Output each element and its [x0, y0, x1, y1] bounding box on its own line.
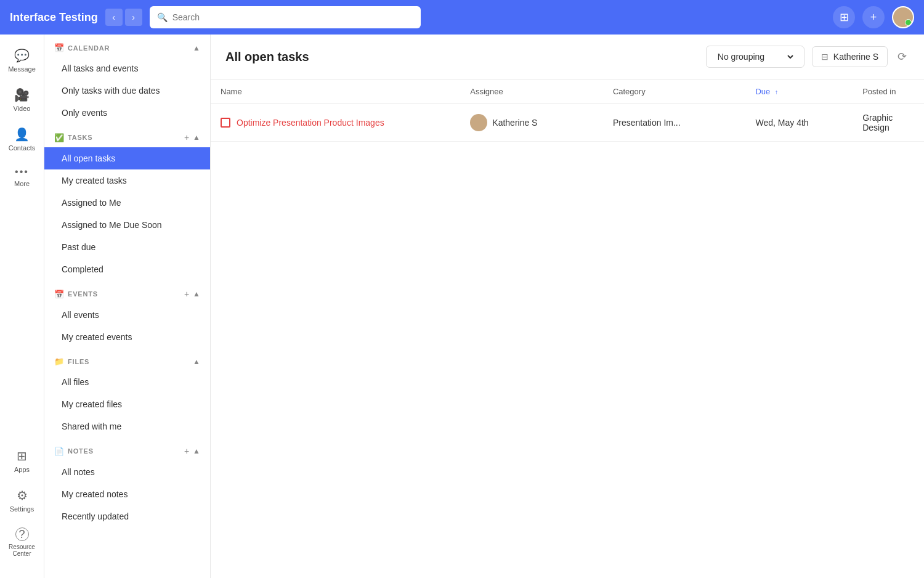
app-title: Interface Testing: [10, 11, 98, 24]
notes-add-icon[interactable]: +: [184, 446, 189, 456]
sidebar-item-video[interactable]: 🎥 Video: [4, 81, 41, 118]
sidebar-item-more-label: More: [14, 180, 30, 187]
events-section-icon: 📅: [54, 290, 64, 299]
filter-icon: ⊟: [821, 52, 829, 62]
sidebar-item-apps[interactable]: ⊞ Apps: [4, 442, 41, 479]
add-button[interactable]: +: [862, 6, 885, 28]
sidebar-item-resource-center[interactable]: ? Resource Center: [4, 521, 41, 563]
sidebar-item-completed[interactable]: Completed: [44, 258, 210, 280]
assignee-avatar: [470, 114, 487, 131]
task-posted-in: Graphic Design: [862, 113, 893, 132]
settings-icon: ⚙: [17, 488, 28, 503]
calendar-chevron-icon: ▲: [193, 44, 200, 52]
contacts-icon: 👤: [14, 127, 30, 142]
grouping-select-input[interactable]: No grouping By assignee By category By d…: [715, 51, 795, 62]
filter-label: Katherine S: [833, 52, 878, 62]
sidebar-item-assigned-to-me[interactable]: Assigned to Me: [44, 192, 210, 214]
files-section-header[interactable]: 📁 FILES ▲: [44, 348, 210, 371]
message-icon: 💬: [14, 48, 30, 63]
nav-sidebar: 📅 CALENDAR ▲ All tasks and events Only t…: [44, 35, 211, 578]
events-section-header[interactable]: 📅 EVENTS + ▲: [44, 280, 210, 304]
sidebar-item-shared-with-me[interactable]: Shared with me: [44, 415, 210, 438]
sidebar-item-all-notes[interactable]: All notes: [44, 461, 210, 483]
sidebar-item-contacts[interactable]: 👤 Contacts: [4, 121, 41, 158]
tasks-section-icon: ✅: [54, 133, 64, 142]
sidebar-item-all-files[interactable]: All files: [44, 371, 210, 393]
sidebar-item-all-tasks-events[interactable]: All tasks and events: [44, 57, 210, 79]
main-layout: 💬 Message 🎥 Video 👤 Contacts ••• More ⊞ …: [0, 35, 924, 578]
sidebar-item-settings[interactable]: ⚙ Settings: [4, 482, 41, 519]
grid-icon-button[interactable]: ⊞: [833, 6, 855, 28]
assignee-name: Katherine S: [492, 118, 537, 128]
col-header-due[interactable]: Due ↑: [745, 79, 853, 104]
task-name-cell: Optimize Presentation Product Images: [211, 104, 460, 142]
sidebar-item-contacts-label: Contacts: [9, 144, 35, 152]
more-icon: •••: [15, 166, 29, 177]
table-row: Optimize Presentation Product Images Kat…: [211, 104, 924, 142]
col-header-category[interactable]: Category: [603, 79, 746, 104]
content-search-icon: ⟳: [898, 51, 907, 63]
forward-button[interactable]: ›: [125, 9, 142, 26]
sidebar-item-my-created-tasks[interactable]: My created tasks: [44, 169, 210, 192]
sidebar-item-more[interactable]: ••• More: [4, 160, 41, 193]
files-chevron-icon: ▲: [193, 357, 200, 366]
calendar-section-icon: 📅: [54, 43, 64, 52]
search-input[interactable]: [172, 12, 413, 22]
grouping-selector[interactable]: No grouping By assignee By category By d…: [706, 46, 804, 68]
events-add-icon[interactable]: +: [184, 289, 189, 299]
col-header-posted-in[interactable]: Posted in: [853, 79, 924, 104]
back-button[interactable]: ‹: [105, 9, 123, 26]
sidebar-item-past-due[interactable]: Past due: [44, 236, 210, 258]
sidebar-item-resource-label: Resource Center: [9, 543, 36, 557]
tasks-section-title: TASKS: [68, 134, 180, 141]
task-posted-cell: Graphic Design: [853, 104, 924, 142]
sidebar-item-all-events[interactable]: All events: [44, 304, 210, 326]
tasks-section-header[interactable]: ✅ TASKS + ▲: [44, 124, 210, 147]
sidebar-item-assigned-due-soon[interactable]: Assigned to Me Due Soon: [44, 214, 210, 236]
sidebar-item-apps-label: Apps: [14, 466, 30, 473]
resource-center-icon: ?: [15, 527, 29, 541]
col-header-name[interactable]: Name: [211, 79, 460, 104]
tasks-table-container: Name Assignee Category Due ↑: [211, 79, 924, 578]
content-area: All open tasks No grouping By assignee B…: [211, 35, 924, 578]
search-icon: 🔍: [157, 12, 168, 22]
sidebar-item-my-created-files[interactable]: My created files: [44, 393, 210, 415]
sort-icon: ↑: [775, 89, 778, 96]
task-assignee-cell: Katherine S: [460, 104, 603, 142]
tasks-table: Name Assignee Category Due ↑: [211, 79, 924, 142]
sidebar-item-my-created-events[interactable]: My created events: [44, 326, 210, 348]
sidebar-item-only-events[interactable]: Only events: [44, 102, 210, 124]
sidebar-item-message-label: Message: [8, 65, 36, 73]
notes-section-title: NOTES: [68, 447, 180, 455]
sidebar-item-my-created-notes[interactable]: My created notes: [44, 483, 210, 505]
tasks-add-icon[interactable]: +: [184, 132, 189, 142]
tasks-chevron-icon: ▲: [193, 133, 200, 142]
files-section-icon: 📁: [54, 357, 64, 366]
topbar: Interface Testing ‹ › 🔍 ⊞ +: [0, 0, 924, 35]
notes-chevron-icon: ▲: [193, 447, 200, 455]
filter-button[interactable]: ⊟ Katherine S: [812, 46, 888, 67]
events-section-title: EVENTS: [68, 290, 180, 298]
task-checkbox[interactable]: [221, 118, 230, 128]
notes-section-icon: 📄: [54, 447, 64, 456]
sidebar-item-message[interactable]: 💬 Message: [4, 42, 41, 79]
video-icon: 🎥: [14, 88, 30, 102]
icon-sidebar: 💬 Message 🎥 Video 👤 Contacts ••• More ⊞ …: [0, 35, 44, 578]
task-category-cell: Presentation Im...: [603, 104, 746, 142]
notes-section-header[interactable]: 📄 NOTES + ▲: [44, 438, 210, 461]
col-header-assignee[interactable]: Assignee: [460, 79, 603, 104]
calendar-section-header[interactable]: 📅 CALENDAR ▲: [44, 35, 210, 57]
sidebar-item-all-open-tasks[interactable]: All open tasks: [44, 147, 210, 169]
content-search-button[interactable]: ⟳: [895, 47, 909, 66]
avatar[interactable]: [892, 6, 914, 28]
task-name-link[interactable]: Optimize Presentation Product Images: [237, 118, 384, 128]
calendar-section-title: CALENDAR: [68, 44, 189, 52]
nav-buttons: ‹ ›: [105, 9, 142, 26]
task-due: Wed, May 4th: [755, 118, 808, 128]
sidebar-item-only-due-dates[interactable]: Only tasks with due dates: [44, 79, 210, 102]
sidebar-item-recently-updated[interactable]: Recently updated: [44, 505, 210, 527]
search-bar[interactable]: 🔍: [150, 6, 421, 28]
task-due-cell: Wed, May 4th: [745, 104, 853, 142]
events-chevron-icon: ▲: [193, 290, 200, 298]
sidebar-item-settings-label: Settings: [10, 505, 34, 513]
